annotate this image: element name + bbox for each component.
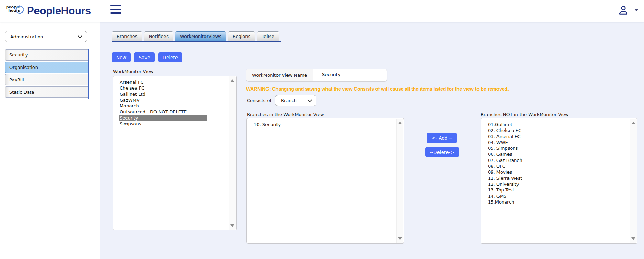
branch-in-view-item[interactable]: 10. Security: [254, 122, 394, 127]
tab[interactable]: TelMe: [257, 31, 279, 41]
chevron-down-icon: [307, 97, 312, 102]
tab[interactable]: Regions: [228, 31, 255, 41]
user-caret-down-icon[interactable]: [634, 9, 638, 11]
add-branch-button[interactable]: <- Add --: [427, 133, 457, 143]
branches-in-view-listbox: 10. Security: [246, 118, 404, 244]
scrollbar[interactable]: [396, 119, 403, 243]
branch-not-in-view-item[interactable]: 13. Top Test: [488, 187, 627, 193]
branch-not-in-view-item[interactable]: 07. Gaz Branch: [488, 157, 627, 163]
module-select-value: Administration: [5, 34, 43, 39]
branches-not-in-view-label: Branches NOT in the WorkMonitor View: [481, 112, 569, 117]
new-button[interactable]: New: [112, 52, 131, 62]
scrollbar[interactable]: [229, 76, 236, 230]
module-select-dropdown[interactable]: Administration: [5, 31, 87, 42]
branch-not-in-view-item[interactable]: 11. Sierra West: [488, 175, 627, 181]
branch-not-in-view-item[interactable]: 14. GMS: [488, 193, 627, 199]
left-sidebar: Administration Security Organisation Pay…: [0, 22, 100, 259]
workmonitor-view-items: Arsenal FC Chelsea FC Gallinet Ltd GazWM…: [113, 76, 236, 127]
tab[interactable]: Branches: [112, 31, 142, 41]
scroll-down-icon[interactable]: [631, 237, 635, 240]
workmonitor-view-item[interactable]: Gallinet Ltd: [119, 91, 207, 97]
branch-not-in-view-item[interactable]: 12. University: [488, 181, 627, 187]
scrollbar[interactable]: [630, 119, 637, 243]
scroll-up-icon[interactable]: [230, 79, 234, 82]
tab[interactable]: WorkMonitorViews: [175, 31, 226, 41]
hamburger-menu-icon[interactable]: [110, 5, 121, 14]
view-name-label: WorkMonitor View Name: [246, 69, 313, 81]
workmonitor-view-item[interactable]: Arsenal FC: [119, 79, 207, 85]
workmonitor-view-item[interactable]: Chelsea FC: [119, 85, 207, 91]
sidebar-item[interactable]: Organisation: [5, 62, 88, 73]
sidebar-item-label: Organisation: [9, 65, 38, 70]
sidebar-item-label: Static Data: [9, 90, 34, 95]
branch-not-in-view-item[interactable]: 05. Simpsons: [488, 145, 627, 151]
branch-not-in-view-item[interactable]: 09. Movies: [488, 169, 627, 175]
branch-not-in-view-item[interactable]: 15.Monarch: [488, 199, 627, 205]
sidebar-item[interactable]: Security: [5, 49, 88, 61]
tab-strip: Branches Notifiees WorkMonitorViews Regi…: [112, 31, 281, 42]
scroll-down-icon[interactable]: [398, 237, 402, 240]
tab[interactable]: Notifiees: [144, 31, 173, 41]
branches-not-in-view-listbox: 01.Gallinet 02. Chelsea FC 03. Arsenal F…: [481, 118, 637, 244]
peoplehours-logo[interactable]: people hours PeopleHours: [5, 2, 91, 20]
branch-not-in-view-item[interactable]: 03. Arsenal FC: [488, 134, 627, 139]
warning-text: WARNING: Changing and saving what the vi…: [246, 86, 532, 92]
logo-spinner-icon: [14, 4, 25, 15]
branch-not-in-view-item[interactable]: 01.Gallinet: [488, 122, 627, 127]
user-menu: [617, 4, 639, 18]
brand-title: PeopleHours: [27, 5, 91, 17]
branch-not-in-view-item[interactable]: 06. Games: [488, 151, 627, 157]
workmonitor-view-item[interactable]: Monarch: [119, 103, 207, 109]
branches-in-view-label: Branches in the WorkMonitor View: [247, 112, 324, 117]
workmonitor-view-item[interactable]: Simpsons: [119, 121, 207, 127]
view-name-input[interactable]: Security: [313, 69, 387, 81]
workmonitor-view-item[interactable]: GazWMV: [119, 97, 207, 103]
consists-of-row: Consists of Branch: [247, 95, 316, 106]
branches-not-in-view-items: 01.Gallinet 02. Chelsea FC 03. Arsenal F…: [481, 118, 637, 205]
branch-not-in-view-item[interactable]: 02. Chelsea FC: [488, 127, 627, 133]
sidebar-nav: Security Organisation PayBill Static Dat…: [5, 49, 89, 99]
workmonitor-view-item[interactable]: Security: [119, 115, 207, 121]
toolbar: New Save Delete: [112, 52, 186, 62]
scroll-up-icon[interactable]: [631, 122, 635, 124]
peoplehours-logo-icon: people hours: [5, 3, 24, 19]
sidebar-item-label: PayBill: [9, 77, 24, 82]
save-button[interactable]: Save: [134, 52, 154, 62]
remove-branch-button[interactable]: --Delete->: [425, 147, 459, 157]
sidebar-item[interactable]: Static Data: [5, 86, 88, 98]
workmonitor-view-item[interactable]: Outsourced - DO NOT DELETE: [119, 109, 207, 115]
workmonitor-view-listbox: Arsenal FC Chelsea FC Gallinet Ltd GazWM…: [113, 76, 237, 230]
chevron-down-icon: [78, 33, 82, 38]
consists-of-value: Branch: [275, 98, 297, 103]
app-window: people hours PeopleHours Administration: [0, 0, 644, 259]
branches-in-view-items: 10. Security: [247, 118, 404, 127]
branch-not-in-view-item[interactable]: 04. WWE: [488, 139, 627, 145]
branch-not-in-view-item[interactable]: 08. UFC: [488, 163, 627, 169]
scroll-up-icon[interactable]: [398, 122, 402, 124]
view-name-field: WorkMonitor View Name Security: [246, 69, 387, 82]
sidebar-item-label: Security: [9, 52, 28, 58]
workmonitor-view-label: WorkMonitor View: [113, 69, 153, 74]
consists-of-label: Consists of: [247, 98, 271, 103]
consists-of-dropdown[interactable]: Branch: [275, 95, 316, 106]
sidebar-item[interactable]: PayBill: [5, 74, 88, 85]
top-header: people hours PeopleHours: [0, 0, 644, 22]
delete-button[interactable]: Delete: [158, 52, 182, 62]
user-profile-icon[interactable]: [617, 4, 630, 17]
scroll-down-icon[interactable]: [230, 224, 234, 227]
